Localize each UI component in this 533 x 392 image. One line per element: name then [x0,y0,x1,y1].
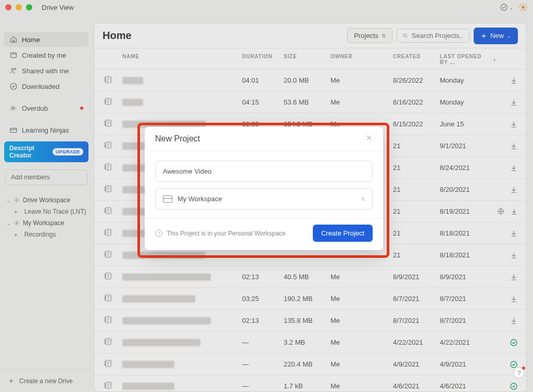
add-members-button[interactable]: Add members [5,169,87,185]
svg-point-60 [105,339,106,341]
svg-point-61 [105,341,106,342]
settings-sun-icon[interactable] [518,3,528,12]
opened-cell: 8/7/2021 [440,295,497,303]
sidebar-item-downloaded[interactable]: Downloaded [4,79,88,94]
plus-icon: ＋ [7,376,15,386]
synced-icon [510,338,518,347]
table-row[interactable]: — 1.7 kB Me 4/6/2021 4/6/2021 [94,375,526,392]
svg-point-4 [15,68,16,70]
workspace-select[interactable]: My Workspace ⇅ [155,188,373,210]
size-cell: 53.6 MB [284,98,331,106]
workspace-group[interactable]: ⌄ Drive Workspace [3,194,90,206]
sidebar-item-created-by-me[interactable]: Created by me [4,48,88,62]
created-cell: 8/7/2021 [393,295,440,303]
download-icon[interactable] [510,251,518,259]
project-name [122,99,242,106]
project-icon [104,206,113,215]
sidebar-item-overdub[interactable]: Overdub [4,101,88,115]
download-icon[interactable] [510,295,518,303]
workspace-folder[interactable]: Leave No Trace (LNT) [3,206,90,217]
created-cell: 21 [393,207,440,215]
duration-cell: 02:13 [242,273,284,281]
svg-point-52 [105,296,106,297]
download-icon[interactable] [510,164,518,172]
created-cell: 8/9/2021 [393,273,440,281]
owner-cell: Me [331,317,393,324]
window-zoom-button[interactable] [26,4,32,10]
home-icon [9,35,18,44]
download-icon[interactable] [510,273,518,281]
project-icon [104,250,113,259]
created-cell: 8/16/2022 [393,98,440,106]
download-icon[interactable] [510,98,518,107]
size-cell: 1.7 kB [284,382,331,390]
projects-dropdown[interactable]: Projects ⇅ [347,28,392,43]
table-row[interactable]: — 220.4 MB Me 4/9/2021 4/9/2021 [94,354,526,375]
table-row[interactable]: 02:13 40.5 MB Me 8/9/2021 8/9/2021 [94,266,526,288]
sort-arrow-icon [492,56,497,62]
search-field[interactable] [397,29,469,43]
download-icon[interactable] [510,76,518,85]
col-size[interactable]: SIZE [284,54,331,65]
table-row[interactable]: 04:15 53.6 MB Me 8/16/2022 Monday [94,92,526,113]
opened-cell: Monday [440,76,497,84]
status-menu[interactable]: ⌄ [500,3,513,11]
duration-cell: — [242,338,284,346]
help-fab[interactable]: ? [513,367,525,378]
window-close-button[interactable] [5,4,11,10]
svg-point-63 [511,339,517,346]
col-created[interactable]: CREATED [393,54,440,65]
download-icon[interactable] [510,120,518,128]
download-icon[interactable] [510,186,518,194]
svg-point-9 [403,34,407,37]
row-action [497,207,518,216]
download-icon[interactable] [510,317,518,325]
svg-point-7 [16,200,18,201]
svg-rect-2 [11,53,17,57]
opened-cell: 8/18/2021 [440,251,497,259]
project-icon [104,381,113,390]
table-row[interactable]: 04:01 20.0 MB Me 8/26/2022 Monday [94,70,526,92]
window-minimize-button[interactable] [16,4,22,10]
search-input[interactable] [412,32,464,40]
create-drive-button[interactable]: ＋ Create a new Drive [0,369,93,392]
svg-point-57 [105,319,106,320]
owner-cell: Me [331,273,393,281]
workspace-group[interactable]: ⌄ My Workspace [3,217,90,229]
svg-point-65 [105,361,106,362]
downloaded-icon [9,82,18,90]
svg-point-25 [105,146,106,147]
table-row[interactable]: 03:25 190.2 MB Me 8/7/2021 8/7/2021 [94,288,526,310]
creator-plan-pill[interactable]: Descript Creator UPGRADE [4,141,88,162]
project-icon [104,271,113,281]
row-action [497,338,518,347]
col-duration[interactable]: DURATION [242,54,284,65]
col-owner[interactable]: OWNER [331,54,393,65]
workspace-icon [163,195,172,203]
table-row[interactable]: — 3.2 MB Me 4/22/2021 4/22/2021 [94,332,526,354]
owner-cell: Me [331,360,393,368]
svg-point-3 [11,68,14,70]
download-icon[interactable] [510,229,518,238]
sidebar-item-shared-with-me[interactable]: Shared with me [4,63,88,78]
col-last-opened[interactable]: LAST OPENED BY … [440,54,489,65]
create-project-button[interactable]: Create Project [313,225,373,242]
col-name[interactable]: NAME [122,54,242,65]
table-row[interactable]: 02:13 135.8 MB Me 8/7/2021 8/7/2021 [94,310,526,332]
duration-cell: 04:15 [242,98,284,106]
project-name [122,77,242,84]
created-cell: 21 [393,142,440,150]
new-button[interactable]: ＋ New ⌄ [474,28,518,44]
sidebar-item-home[interactable]: Home [4,32,88,47]
workspace-folder[interactable]: Recordings [3,229,90,240]
project-name-field[interactable] [155,161,373,182]
row-action [497,382,518,390]
sidebar-item-learning[interactable]: Learning Ninjas [4,123,88,137]
creator-label: Descript Creator [9,145,49,159]
project-icon [104,184,113,193]
svg-point-67 [105,364,106,365]
download-icon[interactable] [510,207,518,216]
modal-close-button[interactable] [365,134,373,143]
project-name-input[interactable] [163,167,365,175]
download-icon[interactable] [510,142,518,150]
